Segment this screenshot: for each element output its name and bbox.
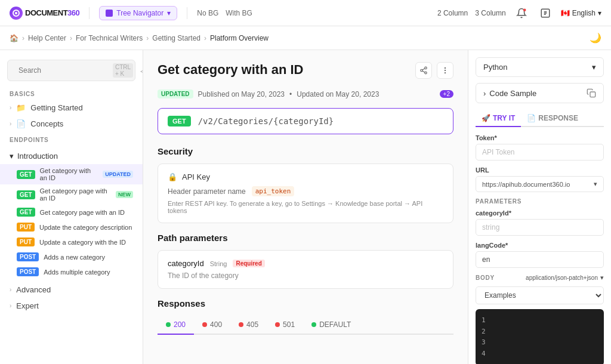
security-card: 🔒 API Key Header parameter name api_toke… <box>158 164 453 223</box>
dark-mode-toggle[interactable]: 🌙 <box>590 32 601 44</box>
responses-section: Responses 200 400 405 501 <box>158 298 453 335</box>
svg-point-1 <box>15 12 17 14</box>
code-line-3: 3 <box>482 337 598 348</box>
breadcrumb-getting-started[interactable]: Getting Started <box>152 34 200 42</box>
logo: DOCUMENT360 <box>10 7 79 20</box>
sidebar-item-advanced[interactable]: › Advanced <box>0 282 143 298</box>
sidebar-concepts-label: Concepts <box>30 119 63 128</box>
copy-icon[interactable] <box>587 88 596 98</box>
settings-icon[interactable] <box>537 5 554 21</box>
breadcrumb: 🏠 › Help Center › For Technical Writers … <box>0 26 611 50</box>
tree-navigator-label: Tree Navigator <box>116 9 163 17</box>
param-type: String <box>210 260 227 267</box>
lang-code-input[interactable] <box>476 251 604 268</box>
url-selector[interactable]: https://apihub.document360.io ▾ <box>476 176 604 192</box>
url-field-group: URL https://apihub.document360.io ▾ <box>476 166 604 192</box>
main-content: Get category with an ID UPDATED Publishe… <box>143 50 468 364</box>
sidebar-item-expert[interactable]: › Expert <box>0 298 143 314</box>
svg-point-7 <box>421 69 423 72</box>
with-bg-option[interactable]: With BG <box>226 9 252 17</box>
breadcrumb-help-center[interactable]: Help Center <box>28 34 66 42</box>
category-id-input[interactable] <box>476 219 604 236</box>
home-icon[interactable]: 🏠 <box>10 34 18 42</box>
avatar-count: +2 <box>440 90 453 98</box>
response-tab-default[interactable]: DEFAULT <box>303 316 359 335</box>
token-label: Token* <box>476 134 604 141</box>
notification-icon[interactable] <box>513 5 530 21</box>
updated-label: UPDATED <box>158 90 193 98</box>
chevron-right-icon-3: › <box>10 286 11 293</box>
two-column-btn[interactable]: 2 Column <box>437 9 468 17</box>
endpoint-put-category-desc[interactable]: PUT Update the category description <box>0 220 143 235</box>
dot-200 <box>166 322 171 327</box>
doc-icon: 📄 <box>16 119 26 128</box>
sidebar-item-getting-started[interactable]: › 📁 Getting Started <box>0 100 143 116</box>
lang-code-field-group: langCode* <box>476 242 604 274</box>
response-tab-405[interactable]: 405 <box>230 316 267 335</box>
three-column-btn[interactable]: 3 Column <box>475 9 505 17</box>
response-tab-501[interactable]: 501 <box>267 316 303 335</box>
nav-divider-2 <box>187 7 187 19</box>
endpoint-get-category-page-id[interactable]: GET Get category page with an ID NEW <box>0 184 143 205</box>
try-it-tab[interactable]: 🚀 TRY IT <box>476 110 521 127</box>
endpoint-label-6: Adds a new category <box>44 254 105 261</box>
share-button[interactable] <box>415 62 432 79</box>
token-input[interactable] <box>476 144 604 161</box>
language-button[interactable]: 🇨🇦 English ▾ <box>561 9 601 17</box>
dot-405 <box>239 322 243 327</box>
basics-label: BASICS <box>0 86 143 100</box>
code-line-1: 1 <box>482 315 598 326</box>
search-input[interactable] <box>18 66 108 75</box>
path-params-card: categoryId String Required The ID of the… <box>158 250 453 289</box>
endpoint-get-category-id[interactable]: GET Get category with an ID UPDATED <box>0 164 143 184</box>
chevron-down-icon-3: ▾ <box>592 63 596 72</box>
endpoints-label: ENDPOINTS <box>0 132 143 146</box>
params-label: PARAMETERS <box>476 198 604 205</box>
search-container: CTRL + K ◁ <box>7 60 135 81</box>
chevron-down-icon: ▾ <box>167 9 171 17</box>
get-badge-3: GET <box>17 208 35 217</box>
new-badge: NEW <box>116 191 133 198</box>
sidebar-item-concepts[interactable]: › 📄 Concepts <box>0 116 143 132</box>
breadcrumb-tech-writers[interactable]: For Technical Writers <box>76 34 143 42</box>
right-panel: Python ▾ › Code Sample 🚀 TRY IT 📄 RESPON… <box>468 50 611 364</box>
language-value: Python <box>483 63 507 72</box>
endpoint-label-2: Get category page with an ID <box>40 187 111 202</box>
endpoint-post-multiple-category[interactable]: POST Adds multiple category <box>0 264 143 279</box>
nav-icon <box>106 10 113 17</box>
endpoint-label-7: Adds multiple category <box>44 269 110 276</box>
sep-4: › <box>204 34 206 42</box>
response-tab-200[interactable]: 200 <box>158 316 194 335</box>
more-options-button[interactable] <box>437 62 453 79</box>
endpoint-get-category-page[interactable]: GET Get category page with an ID <box>0 205 143 220</box>
introduction-header[interactable]: ▾ Introduction <box>0 148 143 164</box>
no-bg-option[interactable]: No BG <box>197 9 218 17</box>
examples-select[interactable]: Examples <box>476 286 604 304</box>
chevron-down-icon-2: ▾ <box>10 152 14 161</box>
security-row: 🔒 API Key <box>168 172 443 181</box>
svg-point-11 <box>445 67 445 68</box>
dot-default <box>311 322 316 327</box>
updated-badge: UPDATED <box>103 171 133 178</box>
endpoint-post-new-category[interactable]: POST Adds a new category <box>0 249 143 264</box>
code-line-2: 2 <box>482 326 598 338</box>
sep-2: › <box>70 34 72 42</box>
rocket-icon: 🚀 <box>482 114 490 122</box>
svg-rect-14 <box>590 92 595 97</box>
language-label: English <box>572 9 595 17</box>
required-badge: Required <box>233 260 264 267</box>
tree-navigator-button[interactable]: Tree Navigator ▾ <box>99 6 177 20</box>
language-selector[interactable]: Python ▾ <box>476 57 604 77</box>
param-row: categoryId String Required <box>168 259 443 268</box>
body-type-selector[interactable]: application/json-patch+json ▾ <box>526 274 604 282</box>
endpoint-put-category-id[interactable]: PUT Update a category with the ID <box>0 235 143 249</box>
svg-point-13 <box>445 73 445 73</box>
nav-divider-1 <box>89 7 90 19</box>
code-sample-label: Code Sample <box>489 89 536 98</box>
category-id-label: categoryId* <box>476 209 604 217</box>
response-tab-right[interactable]: 📄 RESPONSE <box>521 110 584 127</box>
put-badge-1: PUT <box>17 223 35 232</box>
code-sample-row[interactable]: › Code Sample <box>476 83 604 103</box>
code-area: 1 2 3 4 <box>476 309 604 364</box>
response-tab-400[interactable]: 400 <box>194 316 230 335</box>
